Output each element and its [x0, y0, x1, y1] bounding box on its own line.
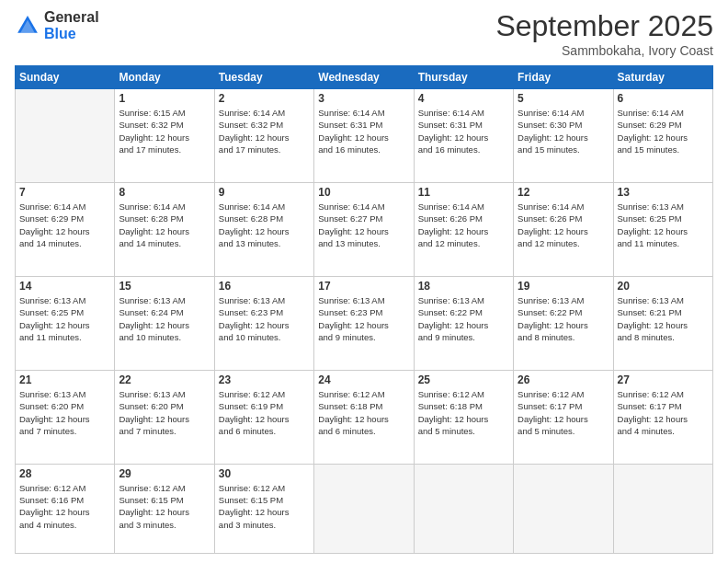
day-number: 18: [418, 280, 509, 293]
day-info: Sunrise: 6:14 AMSunset: 6:26 PMDaylight:…: [518, 201, 609, 249]
day-info: Sunrise: 6:14 AMSunset: 6:28 PMDaylight:…: [219, 201, 310, 249]
day-number: 1: [119, 92, 210, 105]
table-row: 17Sunrise: 6:13 AMSunset: 6:23 PMDayligh…: [314, 276, 414, 370]
day-number: 29: [119, 467, 210, 480]
day-info: Sunrise: 6:14 AMSunset: 6:29 PMDaylight:…: [618, 107, 709, 155]
day-info: Sunrise: 6:12 AMSunset: 6:18 PMDaylight:…: [418, 388, 509, 437]
day-info: Sunrise: 6:12 AMSunset: 6:18 PMDaylight:…: [318, 388, 409, 437]
table-row: 2Sunrise: 6:14 AMSunset: 6:32 PMDaylight…: [214, 89, 313, 183]
day-info: Sunrise: 6:13 AMSunset: 6:22 PMDaylight:…: [518, 294, 609, 343]
col-saturday: Saturday: [613, 66, 712, 89]
day-number: 8: [119, 186, 210, 199]
table-row: [514, 464, 613, 553]
day-info: Sunrise: 6:12 AMSunset: 6:16 PMDaylight:…: [19, 482, 110, 531]
table-row: 25Sunrise: 6:12 AMSunset: 6:18 PMDayligh…: [414, 370, 513, 464]
day-number: 25: [418, 373, 509, 386]
day-info: Sunrise: 6:12 AMSunset: 6:17 PMDaylight:…: [518, 388, 609, 437]
day-info: Sunrise: 6:14 AMSunset: 6:29 PMDaylight:…: [19, 201, 110, 249]
table-row: 19Sunrise: 6:13 AMSunset: 6:22 PMDayligh…: [514, 276, 613, 370]
col-friday: Friday: [514, 66, 613, 89]
day-info: Sunrise: 6:14 AMSunset: 6:31 PMDaylight:…: [418, 107, 509, 155]
calendar-week-row: 28Sunrise: 6:12 AMSunset: 6:16 PMDayligh…: [16, 464, 713, 553]
table-row: 28Sunrise: 6:12 AMSunset: 6:16 PMDayligh…: [16, 464, 115, 553]
calendar-week-row: 21Sunrise: 6:13 AMSunset: 6:20 PMDayligh…: [16, 370, 713, 464]
table-row: 10Sunrise: 6:14 AMSunset: 6:27 PMDayligh…: [314, 182, 414, 276]
day-number: 27: [618, 373, 709, 386]
day-info: Sunrise: 6:12 AMSunset: 6:19 PMDaylight:…: [219, 388, 310, 437]
day-info: Sunrise: 6:13 AMSunset: 6:20 PMDaylight:…: [19, 388, 110, 437]
day-number: 11: [418, 186, 509, 199]
day-info: Sunrise: 6:13 AMSunset: 6:25 PMDaylight:…: [618, 201, 709, 249]
day-info: Sunrise: 6:14 AMSunset: 6:31 PMDaylight:…: [318, 107, 409, 155]
day-number: 19: [518, 280, 609, 293]
day-number: 15: [119, 280, 210, 293]
table-row: 21Sunrise: 6:13 AMSunset: 6:20 PMDayligh…: [16, 370, 115, 464]
col-thursday: Thursday: [414, 66, 513, 89]
day-number: 26: [518, 373, 609, 386]
day-number: 16: [219, 280, 310, 293]
day-number: 28: [19, 467, 110, 480]
table-row: 30Sunrise: 6:12 AMSunset: 6:15 PMDayligh…: [214, 464, 313, 553]
day-info: Sunrise: 6:12 AMSunset: 6:17 PMDaylight:…: [618, 388, 709, 437]
logo-general: General: [44, 9, 99, 25]
logo-blue: Blue: [44, 26, 76, 41]
title-block: September 2025 Sammbokaha, Ivory Coast: [495, 9, 713, 58]
table-row: 13Sunrise: 6:13 AMSunset: 6:25 PMDayligh…: [613, 182, 712, 276]
day-info: Sunrise: 6:13 AMSunset: 6:23 PMDaylight:…: [318, 294, 409, 343]
table-row: 15Sunrise: 6:13 AMSunset: 6:24 PMDayligh…: [115, 276, 214, 370]
table-row: 7Sunrise: 6:14 AMSunset: 6:29 PMDaylight…: [16, 182, 115, 276]
table-row: [613, 464, 712, 553]
day-number: 4: [418, 92, 509, 105]
table-row: 4Sunrise: 6:14 AMSunset: 6:31 PMDaylight…: [414, 89, 513, 183]
day-number: 5: [518, 92, 609, 105]
day-info: Sunrise: 6:13 AMSunset: 6:22 PMDaylight:…: [418, 294, 509, 343]
day-number: 14: [19, 280, 110, 293]
day-number: 21: [19, 373, 110, 386]
day-number: 6: [618, 92, 709, 105]
day-number: 24: [318, 373, 409, 386]
table-row: 3Sunrise: 6:14 AMSunset: 6:31 PMDaylight…: [314, 89, 414, 183]
col-tuesday: Tuesday: [214, 66, 313, 89]
calendar-week-row: 14Sunrise: 6:13 AMSunset: 6:25 PMDayligh…: [16, 276, 713, 370]
page: General Blue September 2025 Sammbokaha, …: [0, 0, 728, 563]
day-info: Sunrise: 6:14 AMSunset: 6:32 PMDaylight:…: [219, 107, 310, 155]
calendar-week-row: 1Sunrise: 6:15 AMSunset: 6:32 PMDaylight…: [16, 89, 713, 183]
calendar-header-row: Sunday Monday Tuesday Wednesday Thursday…: [16, 66, 713, 89]
day-number: 20: [618, 280, 709, 293]
table-row: 9Sunrise: 6:14 AMSunset: 6:28 PMDaylight…: [214, 182, 313, 276]
table-row: 23Sunrise: 6:12 AMSunset: 6:19 PMDayligh…: [214, 370, 313, 464]
day-info: Sunrise: 6:13 AMSunset: 6:24 PMDaylight:…: [119, 294, 210, 343]
table-row: 1Sunrise: 6:15 AMSunset: 6:32 PMDaylight…: [115, 89, 214, 183]
day-info: Sunrise: 6:13 AMSunset: 6:25 PMDaylight:…: [19, 294, 110, 343]
day-info: Sunrise: 6:15 AMSunset: 6:32 PMDaylight:…: [119, 107, 210, 155]
logo: General Blue: [15, 9, 99, 41]
table-row: [314, 464, 414, 553]
table-row: [414, 464, 513, 553]
day-info: Sunrise: 6:14 AMSunset: 6:30 PMDaylight:…: [518, 107, 609, 155]
day-info: Sunrise: 6:13 AMSunset: 6:21 PMDaylight:…: [618, 294, 709, 343]
day-info: Sunrise: 6:14 AMSunset: 6:27 PMDaylight:…: [318, 201, 409, 249]
table-row: 8Sunrise: 6:14 AMSunset: 6:28 PMDaylight…: [115, 182, 214, 276]
calendar-table: Sunday Monday Tuesday Wednesday Thursday…: [15, 65, 713, 554]
table-row: 11Sunrise: 6:14 AMSunset: 6:26 PMDayligh…: [414, 182, 513, 276]
day-number: 9: [219, 186, 310, 199]
day-info: Sunrise: 6:14 AMSunset: 6:28 PMDaylight:…: [119, 201, 210, 249]
table-row: 16Sunrise: 6:13 AMSunset: 6:23 PMDayligh…: [214, 276, 313, 370]
table-row: [16, 89, 115, 183]
calendar-week-row: 7Sunrise: 6:14 AMSunset: 6:29 PMDaylight…: [16, 182, 713, 276]
day-info: Sunrise: 6:14 AMSunset: 6:26 PMDaylight:…: [418, 201, 509, 249]
day-number: 3: [318, 92, 409, 105]
table-row: 27Sunrise: 6:12 AMSunset: 6:17 PMDayligh…: [613, 370, 712, 464]
col-sunday: Sunday: [16, 66, 115, 89]
table-row: 14Sunrise: 6:13 AMSunset: 6:25 PMDayligh…: [16, 276, 115, 370]
table-row: 24Sunrise: 6:12 AMSunset: 6:18 PMDayligh…: [314, 370, 414, 464]
month-title: September 2025: [495, 9, 713, 43]
day-number: 13: [618, 186, 709, 199]
header: General Blue September 2025 Sammbokaha, …: [15, 9, 713, 58]
table-row: 29Sunrise: 6:12 AMSunset: 6:15 PMDayligh…: [115, 464, 214, 553]
day-info: Sunrise: 6:12 AMSunset: 6:15 PMDaylight:…: [219, 482, 310, 531]
day-number: 17: [318, 280, 409, 293]
day-number: 30: [219, 467, 310, 480]
day-info: Sunrise: 6:12 AMSunset: 6:15 PMDaylight:…: [119, 482, 210, 531]
logo-icon: [15, 13, 40, 39]
